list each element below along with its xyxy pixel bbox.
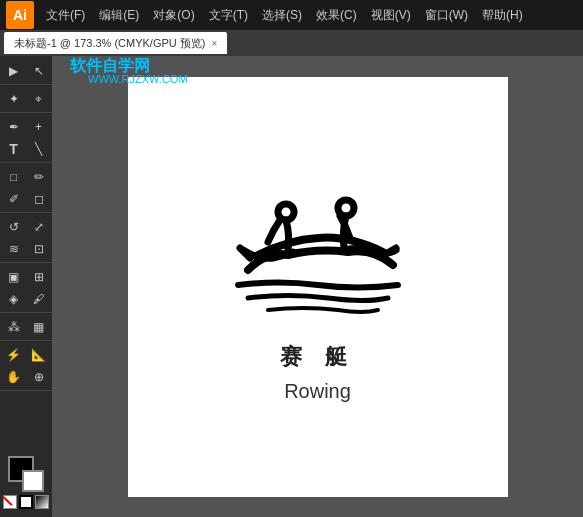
tab-label: 未标题-1 @ 173.3% (CMYK/GPU 预览): [14, 36, 205, 51]
canvas-area: 赛 艇 Rowing: [52, 56, 583, 517]
tab-close-button[interactable]: ×: [211, 38, 217, 49]
direct-selection-tool[interactable]: ↖: [27, 60, 51, 82]
ai-logo: Ai: [6, 1, 34, 29]
tab-bar: 未标题-1 @ 173.3% (CMYK/GPU 预览) ×: [0, 30, 583, 56]
menu-item-效果c[interactable]: 效果(C): [310, 5, 363, 26]
menu-bar: 文件(F)编辑(E)对象(O)文字(T)选择(S)效果(C)视图(V)窗口(W)…: [40, 5, 577, 26]
caption-chinese: 赛 艇: [280, 342, 354, 372]
pencil-tool[interactable]: ✐: [2, 188, 26, 210]
tool-group-transform: ↺ ⤢ ≋ ⊡: [0, 216, 52, 263]
menu-item-视图v[interactable]: 视图(V): [365, 5, 417, 26]
menu-item-编辑e[interactable]: 编辑(E): [93, 5, 145, 26]
pen-tool[interactable]: ✒: [2, 116, 26, 138]
menu-item-文件f[interactable]: 文件(F): [40, 5, 91, 26]
tool-group-shape: □ ✏ ✐ ◻: [0, 166, 52, 213]
measure-tool[interactable]: 📐: [27, 344, 51, 366]
menu-item-帮助h[interactable]: 帮助(H): [476, 5, 529, 26]
swatch-extras: [3, 495, 49, 509]
canvas: 赛 艇 Rowing: [128, 77, 508, 497]
gradient-swatch[interactable]: [35, 495, 49, 509]
swatch-group: [8, 456, 44, 492]
main-area: ▶ ↖ ✦ ⌖ ✒ + T ╲ □ ✏: [0, 56, 583, 517]
none-swatch[interactable]: [3, 495, 17, 509]
tool-group-symbol: ⁂ ▦: [0, 316, 52, 341]
rotate-tool[interactable]: ↺: [2, 216, 26, 238]
tool-group-wand: ✦ ⌖: [0, 88, 52, 113]
title-bar: Ai 文件(F)编辑(E)对象(O)文字(T)选择(S)效果(C)视图(V)窗口…: [0, 0, 583, 30]
menu-item-文字t[interactable]: 文字(T): [203, 5, 254, 26]
active-tab[interactable]: 未标题-1 @ 173.3% (CMYK/GPU 预览) ×: [4, 32, 227, 54]
zoom-tool[interactable]: ⊕: [27, 366, 51, 388]
eyedropper-tool[interactable]: 🖋: [27, 288, 51, 310]
menu-item-选择s[interactable]: 选择(S): [256, 5, 308, 26]
stroke-swatch[interactable]: [19, 495, 33, 509]
blend-tool[interactable]: ◈: [2, 288, 26, 310]
mesh-tool[interactable]: ⊞: [27, 266, 51, 288]
paintbrush-tool[interactable]: ✏: [27, 166, 51, 188]
gradient-tool[interactable]: ▣: [2, 266, 26, 288]
type-tool[interactable]: T: [2, 138, 26, 160]
background-color[interactable]: [22, 470, 44, 492]
shape-tool[interactable]: □: [2, 166, 26, 188]
tool-group-select: ▶ ↖: [0, 60, 52, 85]
tool-group-view: ⚡ 📐 ✋ ⊕: [0, 344, 52, 391]
artwork: 赛 艇 Rowing: [218, 170, 418, 403]
scale-tool[interactable]: ⤢: [27, 216, 51, 238]
symbol-tool[interactable]: ⁂: [2, 316, 26, 338]
selection-tool[interactable]: ▶: [2, 60, 26, 82]
menu-item-窗口w[interactable]: 窗口(W): [419, 5, 474, 26]
line-tool[interactable]: ╲: [27, 138, 51, 160]
hand-tool[interactable]: ✋: [2, 366, 26, 388]
color-swatches: [0, 452, 53, 513]
slice-tool[interactable]: ⚡: [2, 344, 26, 366]
tool-group-fill: ▣ ⊞ ◈ 🖋: [0, 266, 52, 313]
lasso-tool[interactable]: ⌖: [27, 88, 51, 110]
caption-english: Rowing: [284, 380, 351, 403]
free-transform-tool[interactable]: ⊡: [27, 238, 51, 260]
chart-tool[interactable]: ▦: [27, 316, 51, 338]
rowing-icon: [218, 170, 418, 330]
warp-tool[interactable]: ≋: [2, 238, 26, 260]
magic-wand-tool[interactable]: ✦: [2, 88, 26, 110]
add-anchor-tool[interactable]: +: [27, 116, 51, 138]
eraser-tool[interactable]: ◻: [27, 188, 51, 210]
toolbar: ▶ ↖ ✦ ⌖ ✒ + T ╲ □ ✏: [0, 56, 52, 517]
tool-group-pen: ✒ + T ╲: [0, 116, 52, 163]
menu-item-对象o[interactable]: 对象(O): [147, 5, 200, 26]
